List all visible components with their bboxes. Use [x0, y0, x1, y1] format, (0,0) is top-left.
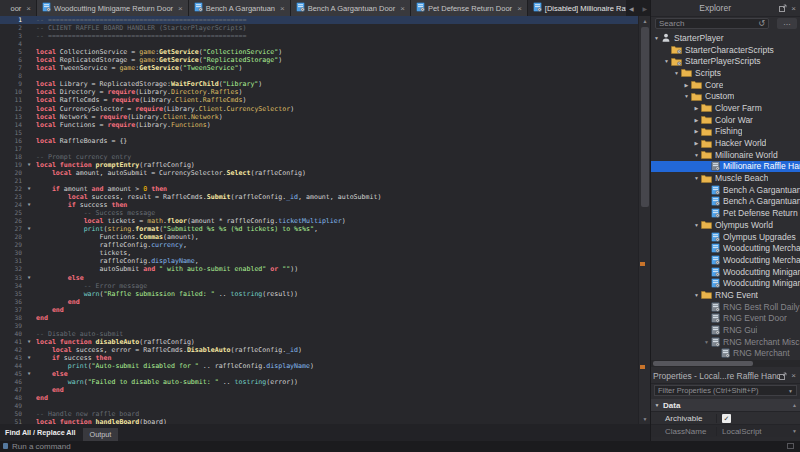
- code-line-39[interactable]: 39: [0, 322, 638, 330]
- properties-section-data[interactable]: ▼ Data ▲: [651, 399, 800, 411]
- code-line-35[interactable]: 35 warn("Raffle submission failed: " .. …: [0, 290, 638, 298]
- search-history-icon[interactable]: ↺: [758, 19, 765, 28]
- tree-expand-icon[interactable]: ▼: [693, 292, 700, 298]
- chevron-down-icon[interactable]: ▼: [651, 402, 663, 408]
- tree-expand-icon[interactable]: ▶: [693, 117, 700, 123]
- tree-item-rng-merchant[interactable]: RNG Merchant: [651, 348, 800, 359]
- editor-scrollbar[interactable]: ▲ ▼: [638, 16, 650, 424]
- close-tab-icon[interactable]: ×: [26, 4, 31, 13]
- editor-tab-bench-a-gargantuan[interactable]: Bench A Gargantuan×: [189, 0, 291, 16]
- code-line-37[interactable]: 37 end: [0, 306, 638, 314]
- code-line-36[interactable]: 36 end: [0, 298, 638, 306]
- tree-item-rng-merchant-misc[interactable]: ▼RNG Merchant Misc: [651, 336, 800, 348]
- tree-item-color-war[interactable]: ▶Color War: [651, 114, 800, 126]
- archivable-checkbox[interactable]: ✓: [722, 414, 731, 423]
- tree-expand-icon[interactable]: ▼: [663, 58, 670, 64]
- fold-arrow-icon[interactable]: ▼: [22, 370, 36, 378]
- fold-arrow-icon[interactable]: ▼: [22, 354, 36, 362]
- editor-tab-pet-defense-return-door[interactable]: Pet Defense Return Door×: [411, 0, 528, 16]
- code-line-27[interactable]: 27▼ print(string.format("Submitted %s %s…: [0, 225, 638, 233]
- code-line-25[interactable]: 25 -- Success message: [0, 209, 638, 217]
- close-icon[interactable]: ×: [791, 4, 796, 13]
- tree-item-millionaire-world[interactable]: ▼Millionaire World: [651, 149, 800, 161]
- code-line-50[interactable]: 50-- Handle new raffle board: [0, 410, 638, 418]
- code-editor[interactable]: 1-- ====================================…: [0, 16, 638, 424]
- code-line-20[interactable]: 20 local amount, autoSubmit = CurrencySe…: [0, 169, 638, 177]
- tree-expand-icon[interactable]: ▼: [673, 70, 680, 76]
- tree-item-millionaire-raffle-handler[interactable]: Millionaire Raffle Handler: [651, 161, 800, 173]
- fold-arrow-icon[interactable]: ▼: [22, 225, 36, 233]
- code-line-8[interactable]: 8: [0, 72, 638, 80]
- scroll-up-icon[interactable]: ▲: [792, 402, 797, 408]
- tree-item-rng-best-roll-daily-le[interactable]: RNG Best Roll Daily Le: [651, 301, 800, 313]
- close-tab-icon[interactable]: ×: [280, 4, 285, 13]
- code-line-3[interactable]: 3-- ====================================…: [0, 32, 638, 40]
- code-line-12[interactable]: 12local CurrencySelector = require(Libra…: [0, 105, 638, 113]
- tree-item-woodcutting-minigam[interactable]: Woodcutting Minigam: [651, 266, 800, 278]
- tree-expand-icon[interactable]: ▼: [693, 152, 700, 158]
- close-tab-icon[interactable]: ×: [517, 4, 522, 13]
- tab-find-all-replace-all[interactable]: Find All / Replace All: [5, 428, 76, 437]
- fold-arrow-icon[interactable]: ▼: [22, 338, 36, 346]
- explorer-hscrollbar[interactable]: [651, 360, 800, 367]
- hscrollbar-thumb[interactable]: [653, 361, 753, 366]
- tree-item-clover-farm[interactable]: ▶Clover Farm: [651, 102, 800, 114]
- code-line-24[interactable]: 24▼ if success then: [0, 201, 638, 209]
- popout-icon[interactable]: [779, 4, 787, 12]
- command-bar[interactable]: Run a command: [0, 441, 800, 452]
- code-line-32[interactable]: 32 autoSubmit and " with auto-submit ena…: [0, 265, 638, 273]
- code-line-41[interactable]: 41▼local function disableAuto(raffleConf…: [0, 338, 638, 346]
- code-line-15[interactable]: 15: [0, 129, 638, 137]
- tree-item-startercharacterscripts[interactable]: StarterCharacterScripts: [651, 44, 800, 56]
- code-line-11[interactable]: 11local RaffleCmds = require(Library.Cli…: [0, 96, 638, 104]
- code-line-49[interactable]: 49: [0, 402, 638, 410]
- tree-item-rng-gui[interactable]: RNG Gui: [651, 324, 800, 336]
- tree-expand-icon[interactable]: ▼: [653, 35, 660, 41]
- code-line-19[interactable]: 19▼local function promptEntry(raffleConf…: [0, 161, 638, 169]
- tree-expand-icon[interactable]: ▶: [693, 140, 700, 146]
- code-line-17[interactable]: 17: [0, 145, 638, 153]
- explorer-more-button[interactable]: …: [777, 18, 797, 29]
- code-line-31[interactable]: 31 raffleConfig.displayName,: [0, 257, 638, 265]
- tree-item-core[interactable]: ▶Core: [651, 79, 800, 91]
- code-line-22[interactable]: 22▼ if amount and amount > 0 then: [0, 185, 638, 193]
- code-line-14[interactable]: 14local Functions = require(Library.Func…: [0, 121, 638, 129]
- code-line-48[interactable]: 48end: [0, 394, 638, 402]
- code-line-6[interactable]: 6local ReplicatedStorage = game:GetServi…: [0, 56, 638, 64]
- properties-filter-input[interactable]: Filter Properties (Ctrl+Shift+P) ▼: [654, 385, 797, 396]
- tree-expand-icon[interactable]: ▶: [693, 105, 700, 111]
- code-line-16[interactable]: 16local RaffleBoards = {}: [0, 137, 638, 145]
- tree-expand-icon[interactable]: ▶: [683, 82, 690, 88]
- tree-item-olympus-upgrades[interactable]: Olympus Upgrades: [651, 231, 800, 243]
- tree-item-bench-a-gargantuan-door[interactable]: Bench A Gargantuan Door: [651, 196, 800, 208]
- tree-item-olympus-world[interactable]: ▼Olympus World: [651, 219, 800, 231]
- editor-tab-oor[interactable]: oor×: [0, 0, 37, 16]
- tree-expand-icon[interactable]: ▼: [693, 222, 700, 228]
- tree-item-starterplayer[interactable]: ▼StarterPlayer: [651, 32, 800, 44]
- tree-item-custom[interactable]: ▼Custom: [651, 90, 800, 102]
- code-line-38[interactable]: 38end: [0, 314, 638, 322]
- tree-expand-icon[interactable]: ▶: [693, 128, 700, 134]
- code-line-34[interactable]: 34 -- Error message: [0, 282, 638, 290]
- tree-item-woodcutting-merchan[interactable]: Woodcutting Merchan: [651, 242, 800, 254]
- code-line-23[interactable]: 23 local success, result = RaffleCmds.Su…: [0, 193, 638, 201]
- code-line-21[interactable]: 21: [0, 177, 638, 185]
- code-line-45[interactable]: 45▼ else: [0, 370, 638, 378]
- code-line-42[interactable]: 42 local success, error = RaffleCmds.Dis…: [0, 346, 638, 354]
- code-line-26[interactable]: 26 local tickets = math.floor(amount * r…: [0, 217, 638, 225]
- code-line-30[interactable]: 30 tickets,: [0, 249, 638, 257]
- tree-item-fishing[interactable]: ▶Fishing: [651, 126, 800, 138]
- code-line-1[interactable]: 1-- ====================================…: [0, 16, 638, 24]
- tree-item-scripts[interactable]: ▼Scripts: [651, 67, 800, 79]
- fold-arrow-icon[interactable]: ▼: [22, 274, 36, 282]
- fold-arrow-icon[interactable]: ▼: [22, 161, 36, 169]
- fold-arrow-icon[interactable]: ▼: [22, 201, 36, 209]
- tree-item-hacker-world[interactable]: ▶Hacker World: [651, 137, 800, 149]
- tree-expand-icon[interactable]: ▼: [693, 175, 700, 181]
- code-line-43[interactable]: 43▼ if success then: [0, 354, 638, 362]
- scrollbar-thumb[interactable]: [641, 27, 649, 207]
- code-line-29[interactable]: 29 raffleConfig.currency,: [0, 241, 638, 249]
- code-line-47[interactable]: 47 end: [0, 386, 638, 394]
- tab-output[interactable]: Output: [83, 428, 119, 441]
- dock-icon[interactable]: [787, 443, 794, 449]
